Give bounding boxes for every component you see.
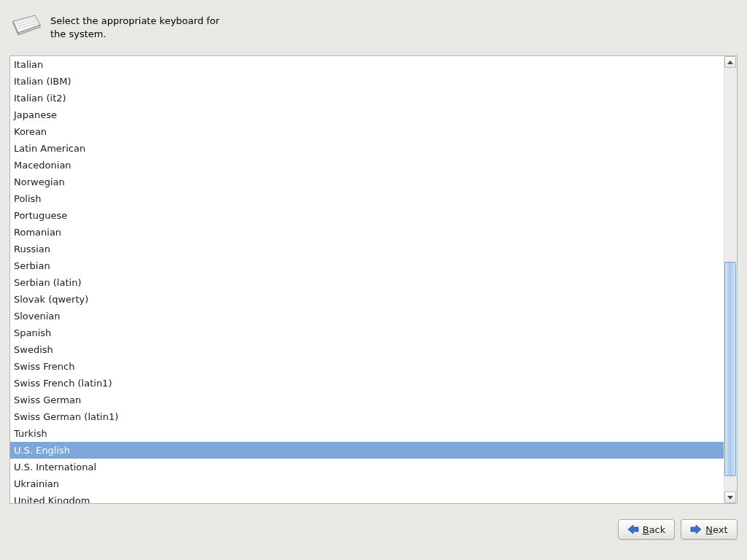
list-item[interactable]: Macedonian xyxy=(10,157,724,174)
list-item-label: Italian (it2) xyxy=(14,93,66,104)
keyboard-icon xyxy=(11,13,42,36)
list-item-label: Turkish xyxy=(14,428,47,439)
list-item[interactable]: U.S. International xyxy=(10,459,724,475)
keyboard-list-frame: ItalianItalian (IBM)Italian (it2)Japanes… xyxy=(9,55,738,504)
keyboard-list[interactable]: ItalianItalian (IBM)Italian (it2)Japanes… xyxy=(10,56,724,503)
list-item[interactable]: Spanish xyxy=(10,324,724,341)
list-item-label: Spanish xyxy=(14,327,51,338)
list-item[interactable]: Swiss German xyxy=(10,392,724,408)
list-item[interactable]: Ukrainian xyxy=(10,475,724,492)
list-item-label: Polish xyxy=(14,193,42,204)
list-item-label: Ukrainian xyxy=(14,478,59,489)
list-item-label: U.S. International xyxy=(14,462,96,472)
header-row: Select the appropriate keyboard for the … xyxy=(11,13,225,40)
list-item-label: Swedish xyxy=(14,344,53,355)
list-item[interactable]: U.S. English xyxy=(10,442,724,459)
list-item[interactable]: Korean xyxy=(10,123,724,140)
list-item-label: Japanese xyxy=(14,109,57,120)
list-item-label: Swiss French xyxy=(14,361,74,372)
list-item-label: U.S. English xyxy=(14,445,70,456)
list-item[interactable]: Polish xyxy=(10,190,724,207)
vertical-scrollbar[interactable] xyxy=(724,56,737,503)
list-item-label: Norwegian xyxy=(14,176,65,187)
scroll-down-button[interactable] xyxy=(724,491,736,503)
list-item-label: Slovak (qwerty) xyxy=(14,294,88,305)
chevron-up-icon xyxy=(727,61,733,64)
list-item[interactable]: Italian (IBM) xyxy=(10,73,724,90)
scrollbar-thumb[interactable] xyxy=(724,262,736,476)
list-item[interactable]: Swiss French (latin1) xyxy=(10,375,724,392)
list-item[interactable]: Swiss German (latin1) xyxy=(10,408,724,425)
list-item[interactable]: Romanian xyxy=(10,224,724,241)
list-item-label: Portuguese xyxy=(14,210,67,221)
list-item-label: Swiss German (latin1) xyxy=(14,411,118,422)
list-item[interactable]: Japanese xyxy=(10,106,724,123)
svg-marker-8 xyxy=(691,525,701,534)
list-item-label: Serbian (latin) xyxy=(14,277,81,288)
list-item-label: Swiss German xyxy=(14,394,81,405)
list-item[interactable]: Latin American xyxy=(10,140,724,157)
scroll-up-button[interactable] xyxy=(724,56,736,68)
instruction-text: Select the appropriate keyboard for the … xyxy=(50,13,225,40)
back-button[interactable]: Back xyxy=(618,519,675,540)
arrow-right-icon xyxy=(690,524,702,534)
list-item-label: United Kingdom xyxy=(14,495,90,503)
next-button-label: Next xyxy=(705,524,727,535)
list-item[interactable]: Russian xyxy=(10,241,724,257)
list-item-label: Italian (IBM) xyxy=(14,76,71,87)
svg-marker-7 xyxy=(628,525,638,534)
list-item[interactable]: Norwegian xyxy=(10,174,724,190)
list-item-label: Italian xyxy=(14,59,43,70)
arrow-left-icon xyxy=(627,524,639,534)
list-item[interactable]: Portuguese xyxy=(10,207,724,224)
list-item-label: Korean xyxy=(14,126,47,137)
list-item-label: Romanian xyxy=(14,227,61,238)
list-item-label: Latin American xyxy=(14,143,85,154)
list-item[interactable]: Turkish xyxy=(10,425,724,442)
list-item[interactable]: Swiss French xyxy=(10,358,724,375)
list-item[interactable]: Italian (it2) xyxy=(10,90,724,106)
list-item-label: Macedonian xyxy=(14,160,71,171)
list-item-label: Serbian xyxy=(14,260,50,271)
next-button[interactable]: Next xyxy=(681,519,738,540)
chevron-down-icon xyxy=(727,496,733,499)
list-item[interactable]: Serbian (latin) xyxy=(10,274,724,291)
list-item[interactable]: Swedish xyxy=(10,341,724,358)
list-item[interactable]: United Kingdom xyxy=(10,492,724,503)
list-item-label: Slovenian xyxy=(14,311,61,322)
list-item-label: Russian xyxy=(14,244,50,254)
list-item[interactable]: Slovenian xyxy=(10,308,724,324)
list-item-label: Swiss French (latin1) xyxy=(14,378,112,389)
list-item[interactable]: Slovak (qwerty) xyxy=(10,291,724,308)
navigation-buttons: Back Next xyxy=(618,519,738,540)
list-item[interactable]: Serbian xyxy=(10,257,724,274)
back-button-label: Back xyxy=(643,524,666,535)
list-item[interactable]: Italian xyxy=(10,56,724,73)
